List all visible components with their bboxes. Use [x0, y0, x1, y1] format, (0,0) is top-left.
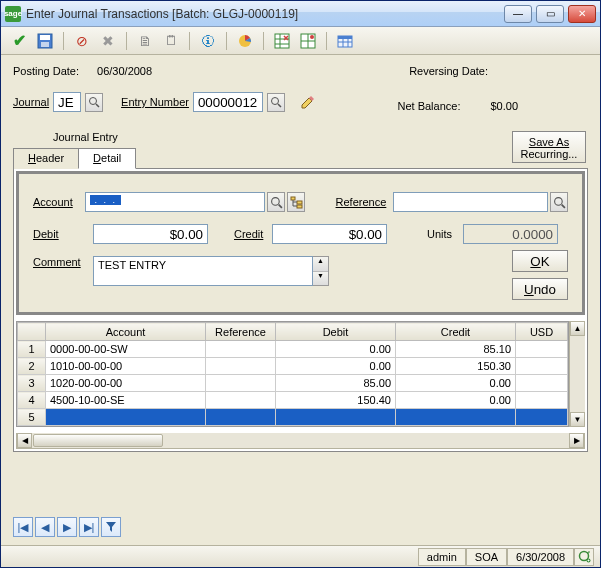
svg-rect-23: [291, 197, 295, 200]
grid1-icon[interactable]: [272, 31, 292, 51]
close-button[interactable]: ✕: [568, 5, 596, 23]
status-date: 6/30/2008: [507, 548, 574, 566]
journal-label: Journal: [13, 96, 49, 108]
help-icon[interactable]: 🛈: [198, 31, 218, 51]
comment-field[interactable]: [93, 256, 313, 286]
nav-prev-button[interactable]: ◀: [35, 517, 55, 537]
cancel-icon[interactable]: ⊘: [72, 31, 92, 51]
entries-grid[interactable]: Account Reference Debit Credit USD 10000…: [16, 321, 569, 427]
svg-line-18: [96, 104, 99, 107]
journal-entry-label: Journal Entry: [53, 131, 588, 143]
net-balance-value: $0.00: [490, 100, 518, 112]
accept-icon[interactable]: ✔: [9, 31, 29, 51]
entry-number-field[interactable]: [193, 92, 263, 112]
nav-first-button[interactable]: |◀: [13, 517, 33, 537]
titlebar[interactable]: sage Enter Journal Transactions [Batch: …: [1, 1, 600, 27]
svg-rect-1: [40, 35, 50, 40]
table-row[interactable]: 5: [18, 409, 568, 426]
credit-field[interactable]: [272, 224, 387, 244]
status-group: SOA: [466, 548, 507, 566]
new-doc-icon[interactable]: 🗎: [135, 31, 155, 51]
svg-rect-2: [41, 42, 49, 47]
svg-line-27: [561, 204, 564, 207]
status-user: admin: [418, 548, 466, 566]
statusbar: admin SOA 6/30/2008: [1, 545, 600, 567]
table-row[interactable]: 44500-10-00-SE150.400.00: [18, 392, 568, 409]
table-row[interactable]: 21010-00-00-000.00150.30: [18, 358, 568, 375]
reversing-date-label: Reversing Date:: [409, 65, 488, 77]
grid2-icon[interactable]: [298, 31, 318, 51]
grid-vscroll[interactable]: ▲▼: [569, 321, 585, 427]
svg-point-17: [90, 98, 97, 105]
svg-rect-24: [297, 201, 302, 204]
tab-detail[interactable]: DetailDetail: [78, 148, 136, 169]
debit-label: Debit: [33, 228, 93, 240]
svg-rect-13: [338, 36, 352, 39]
posting-date-value: 06/30/2008: [97, 65, 152, 77]
col-debit[interactable]: Debit: [276, 323, 396, 341]
col-usd[interactable]: USD: [516, 323, 568, 341]
journal-lookup-button[interactable]: [85, 93, 103, 112]
entry-number-label: Entry Number: [121, 96, 189, 108]
col-reference[interactable]: Reference: [206, 323, 276, 341]
grid-hscroll[interactable]: ◀ ▶: [16, 433, 585, 449]
nav-next-button[interactable]: ▶: [57, 517, 77, 537]
grid3-icon[interactable]: [335, 31, 355, 51]
svg-rect-25: [297, 205, 302, 208]
edit-icon[interactable]: [297, 91, 319, 113]
nav-last-button[interactable]: ▶|: [79, 517, 99, 537]
svg-line-20: [278, 104, 281, 107]
comment-label: Comment: [33, 256, 93, 268]
net-balance-label: Net Balance:: [397, 100, 460, 112]
journal-field[interactable]: [53, 92, 81, 112]
nav-filter-button[interactable]: [101, 517, 121, 537]
col-account[interactable]: Account: [46, 323, 206, 341]
toolbar: ✔ ⊘ ✖ 🗎 🗒 🛈: [1, 27, 600, 55]
status-refresh-icon[interactable]: [574, 548, 594, 566]
notes-icon[interactable]: 🗒: [161, 31, 181, 51]
window-title: Enter Journal Transactions [Batch: GLGJ-…: [26, 7, 504, 21]
delete-icon[interactable]: ✖: [98, 31, 118, 51]
chart-icon[interactable]: [235, 31, 255, 51]
col-credit[interactable]: Credit: [396, 323, 516, 341]
col-rownum[interactable]: [18, 323, 46, 341]
reference-field[interactable]: [393, 192, 548, 212]
account-tree-button[interactable]: [287, 192, 305, 212]
entry-lookup-button[interactable]: [267, 93, 285, 112]
debit-field[interactable]: [93, 224, 208, 244]
maximize-button[interactable]: ▭: [536, 5, 564, 23]
posting-date-label: Posting Date:: [13, 65, 79, 77]
undo-button[interactable]: UndoUndo: [512, 278, 568, 300]
svg-point-11: [310, 35, 314, 39]
minimize-button[interactable]: —: [504, 5, 532, 23]
account-field[interactable]: . . .: [85, 192, 265, 212]
comment-spinner[interactable]: ▲▼: [313, 256, 329, 286]
table-row[interactable]: 10000-00-00-SW0.0085.10: [18, 341, 568, 358]
save-icon[interactable]: [35, 31, 55, 51]
reference-lookup-button[interactable]: [550, 192, 568, 212]
table-row[interactable]: 31020-00-00-0085.000.00: [18, 375, 568, 392]
svg-point-26: [554, 197, 562, 205]
svg-point-19: [271, 98, 278, 105]
account-lookup-button[interactable]: [267, 192, 285, 212]
app-icon: sage: [5, 6, 21, 22]
units-field: [463, 224, 558, 244]
ok-button[interactable]: OKOK: [512, 250, 568, 272]
svg-point-21: [271, 197, 279, 205]
tab-header[interactable]: HHeadereader: [13, 148, 79, 169]
credit-label: Credit: [234, 228, 272, 240]
reference-label: Reference: [336, 196, 394, 208]
units-label: Units: [427, 228, 463, 240]
detail-panel: Account . . . Reference Debit Credit: [13, 168, 588, 452]
account-label: Account: [33, 196, 85, 208]
svg-line-22: [278, 204, 281, 207]
